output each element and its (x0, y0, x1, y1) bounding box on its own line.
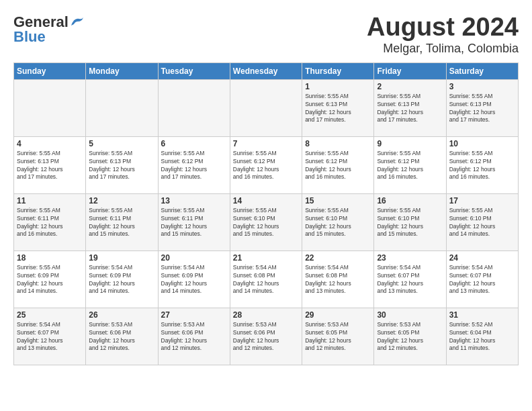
day-number: 2 (377, 82, 443, 91)
title-section: August 2024 Melgar, Tolima, Colombia (367, 13, 519, 56)
calendar-cell: 29Sunrise: 5:53 AMSunset: 6:05 PMDayligh… (302, 308, 374, 365)
day-number: 25 (17, 310, 83, 320)
day-info: Sunrise: 5:55 AMSunset: 6:12 PMDaylight:… (161, 150, 227, 182)
day-header-tuesday: Tuesday (158, 62, 230, 79)
day-info: Sunrise: 5:54 AMSunset: 6:07 PMDaylight:… (17, 321, 83, 353)
day-info: Sunrise: 5:53 AMSunset: 6:05 PMDaylight:… (305, 321, 371, 353)
calendar-week-row: 25Sunrise: 5:54 AMSunset: 6:07 PMDayligh… (14, 308, 519, 365)
calendar-cell: 4Sunrise: 5:55 AMSunset: 6:13 PMDaylight… (14, 136, 86, 193)
day-info: Sunrise: 5:55 AMSunset: 6:13 PMDaylight:… (17, 150, 83, 182)
day-info: Sunrise: 5:54 AMSunset: 6:07 PMDaylight:… (449, 264, 515, 296)
day-header-monday: Monday (86, 62, 158, 79)
day-header-saturday: Saturday (446, 62, 518, 79)
calendar-cell: 25Sunrise: 5:54 AMSunset: 6:07 PMDayligh… (14, 308, 86, 365)
calendar-cell: 12Sunrise: 5:55 AMSunset: 6:11 PMDayligh… (86, 193, 158, 250)
day-info: Sunrise: 5:54 AMSunset: 6:09 PMDaylight:… (89, 264, 154, 296)
day-info: Sunrise: 5:55 AMSunset: 6:11 PMDaylight:… (89, 207, 154, 239)
calendar-cell: 21Sunrise: 5:54 AMSunset: 6:08 PMDayligh… (230, 250, 302, 308)
calendar-cell: 20Sunrise: 5:54 AMSunset: 6:09 PMDayligh… (158, 250, 230, 308)
page-header: General Blue August 2024 Melgar, Tolima,… (13, 13, 519, 56)
day-info: Sunrise: 5:54 AMSunset: 6:07 PMDaylight:… (377, 264, 443, 296)
day-number: 23 (377, 253, 443, 263)
day-number: 4 (17, 139, 83, 148)
logo-blue: Blue (13, 28, 85, 46)
day-info: Sunrise: 5:54 AMSunset: 6:09 PMDaylight:… (161, 264, 227, 296)
calendar-cell: 16Sunrise: 5:55 AMSunset: 6:10 PMDayligh… (374, 193, 446, 250)
calendar-cell: 27Sunrise: 5:53 AMSunset: 6:06 PMDayligh… (158, 308, 230, 365)
day-number: 21 (233, 253, 299, 263)
calendar-header-row: SundayMondayTuesdayWednesdayThursdayFrid… (14, 62, 519, 79)
calendar-cell (14, 79, 86, 136)
day-info: Sunrise: 5:55 AMSunset: 6:12 PMDaylight:… (233, 150, 299, 182)
calendar-cell: 30Sunrise: 5:53 AMSunset: 6:05 PMDayligh… (374, 308, 446, 365)
day-number: 26 (89, 310, 154, 320)
day-info: Sunrise: 5:53 AMSunset: 6:06 PMDaylight:… (161, 321, 227, 353)
day-number: 20 (161, 253, 227, 263)
day-number: 31 (449, 310, 515, 320)
day-number: 28 (233, 310, 299, 320)
day-info: Sunrise: 5:53 AMSunset: 6:06 PMDaylight:… (89, 321, 154, 353)
day-info: Sunrise: 5:55 AMSunset: 6:11 PMDaylight:… (17, 207, 83, 239)
calendar-week-row: 18Sunrise: 5:55 AMSunset: 6:09 PMDayligh… (14, 250, 519, 308)
calendar-cell: 11Sunrise: 5:55 AMSunset: 6:11 PMDayligh… (14, 193, 86, 250)
day-info: Sunrise: 5:55 AMSunset: 6:11 PMDaylight:… (161, 207, 227, 239)
calendar-cell: 14Sunrise: 5:55 AMSunset: 6:10 PMDayligh… (230, 193, 302, 250)
day-info: Sunrise: 5:55 AMSunset: 6:10 PMDaylight:… (305, 207, 371, 239)
day-info: Sunrise: 5:52 AMSunset: 6:04 PMDaylight:… (449, 321, 515, 353)
calendar-table: SundayMondayTuesdayWednesdayThursdayFrid… (13, 62, 519, 365)
calendar-cell: 28Sunrise: 5:53 AMSunset: 6:06 PMDayligh… (230, 308, 302, 365)
calendar-cell: 1Sunrise: 5:55 AMSunset: 6:13 PMDaylight… (302, 79, 374, 136)
day-info: Sunrise: 5:54 AMSunset: 6:08 PMDaylight:… (305, 264, 371, 296)
calendar-cell: 23Sunrise: 5:54 AMSunset: 6:07 PMDayligh… (374, 250, 446, 308)
day-info: Sunrise: 5:55 AMSunset: 6:13 PMDaylight:… (89, 150, 154, 182)
calendar-cell: 19Sunrise: 5:54 AMSunset: 6:09 PMDayligh… (86, 250, 158, 308)
calendar-week-row: 11Sunrise: 5:55 AMSunset: 6:11 PMDayligh… (14, 193, 519, 250)
day-number: 17 (449, 196, 515, 205)
calendar-cell: 15Sunrise: 5:55 AMSunset: 6:10 PMDayligh… (302, 193, 374, 250)
day-info: Sunrise: 5:55 AMSunset: 6:09 PMDaylight:… (17, 264, 83, 296)
day-info: Sunrise: 5:54 AMSunset: 6:08 PMDaylight:… (233, 264, 299, 296)
day-info: Sunrise: 5:53 AMSunset: 6:06 PMDaylight:… (233, 321, 299, 353)
calendar-cell: 9Sunrise: 5:55 AMSunset: 6:12 PMDaylight… (374, 136, 446, 193)
day-header-wednesday: Wednesday (230, 62, 302, 79)
day-number: 19 (89, 253, 154, 263)
logo: General Blue (13, 13, 85, 46)
day-header-thursday: Thursday (302, 62, 374, 79)
calendar-cell: 22Sunrise: 5:54 AMSunset: 6:08 PMDayligh… (302, 250, 374, 308)
day-info: Sunrise: 5:55 AMSunset: 6:13 PMDaylight:… (305, 93, 371, 125)
calendar-cell: 2Sunrise: 5:55 AMSunset: 6:13 PMDaylight… (374, 79, 446, 136)
day-number: 14 (233, 196, 299, 205)
day-info: Sunrise: 5:55 AMSunset: 6:12 PMDaylight:… (449, 150, 515, 182)
calendar-week-row: 1Sunrise: 5:55 AMSunset: 6:13 PMDaylight… (14, 79, 519, 136)
day-number: 18 (17, 253, 83, 263)
calendar-cell: 17Sunrise: 5:55 AMSunset: 6:10 PMDayligh… (446, 193, 518, 250)
calendar-cell (158, 79, 230, 136)
day-header-friday: Friday (374, 62, 446, 79)
day-number: 7 (233, 139, 299, 148)
day-number: 12 (89, 196, 154, 205)
calendar-cell: 8Sunrise: 5:55 AMSunset: 6:12 PMDaylight… (302, 136, 374, 193)
day-info: Sunrise: 5:55 AMSunset: 6:13 PMDaylight:… (449, 93, 515, 125)
calendar-cell: 10Sunrise: 5:55 AMSunset: 6:12 PMDayligh… (446, 136, 518, 193)
day-number: 9 (377, 139, 443, 148)
day-number: 29 (305, 310, 371, 320)
day-number: 24 (449, 253, 515, 263)
day-number: 10 (449, 139, 515, 148)
calendar-cell: 13Sunrise: 5:55 AMSunset: 6:11 PMDayligh… (158, 193, 230, 250)
day-number: 11 (17, 196, 83, 205)
day-info: Sunrise: 5:55 AMSunset: 6:10 PMDaylight:… (233, 207, 299, 239)
day-info: Sunrise: 5:55 AMSunset: 6:12 PMDaylight:… (305, 150, 371, 182)
calendar-cell: 18Sunrise: 5:55 AMSunset: 6:09 PMDayligh… (14, 250, 86, 308)
day-info: Sunrise: 5:53 AMSunset: 6:05 PMDaylight:… (377, 321, 443, 353)
calendar-cell: 5Sunrise: 5:55 AMSunset: 6:13 PMDaylight… (86, 136, 158, 193)
day-info: Sunrise: 5:55 AMSunset: 6:12 PMDaylight:… (377, 150, 443, 182)
calendar-cell: 7Sunrise: 5:55 AMSunset: 6:12 PMDaylight… (230, 136, 302, 193)
calendar-cell: 24Sunrise: 5:54 AMSunset: 6:07 PMDayligh… (446, 250, 518, 308)
day-number: 16 (377, 196, 443, 205)
day-info: Sunrise: 5:55 AMSunset: 6:10 PMDaylight:… (377, 207, 443, 239)
day-number: 8 (305, 139, 371, 148)
day-header-sunday: Sunday (14, 62, 86, 79)
day-number: 27 (161, 310, 227, 320)
calendar-cell: 26Sunrise: 5:53 AMSunset: 6:06 PMDayligh… (86, 308, 158, 365)
day-number: 5 (89, 139, 154, 148)
